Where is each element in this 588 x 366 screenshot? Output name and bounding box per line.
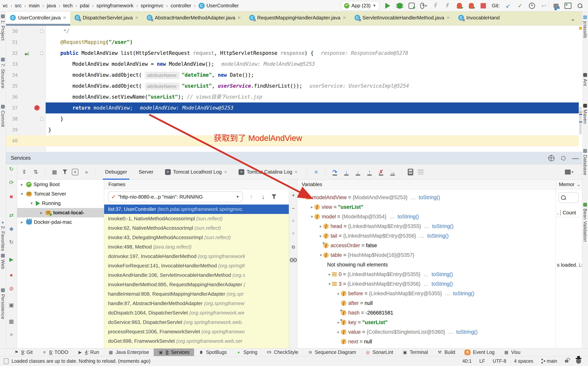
- step-over-icon[interactable]: ↷: [331, 168, 338, 176]
- variable-row[interactable]: fafter = null: [297, 298, 556, 308]
- scroll-down-icon[interactable]: ▼: [289, 231, 298, 236]
- run-to-cursor-icon[interactable]: →: [389, 168, 396, 176]
- tool-window-button-sonarlint[interactable]: ◎SonarLint: [361, 349, 398, 356]
- expand-all-icon[interactable]: ⇕: [21, 168, 28, 175]
- more-icon[interactable]: »: [6, 331, 17, 337]
- service-tree-item[interactable]: ▾Running: [17, 198, 104, 208]
- variable-row[interactable]: ▾modelAndView = {ModelAndView@5253} … to…: [297, 193, 556, 202]
- scrollbar-thumb[interactable]: [579, 107, 582, 135]
- tool-window-button-sequence-diagram[interactable]: ⇉Sequence Diagram: [303, 349, 361, 356]
- rerun-icon[interactable]: ↻: [6, 166, 17, 172]
- variable-row[interactable]: fnext = null: [297, 337, 556, 346]
- grid-icon[interactable]: ▦: [6, 318, 17, 324]
- step-into-icon[interactable]: ↓: [343, 168, 350, 176]
- minimize-icon[interactable]: —: [572, 154, 579, 162]
- run-configuration-selector[interactable]: App (23) ▼: [341, 1, 379, 10]
- add-service-icon[interactable]: +: [72, 169, 78, 175]
- variable-row[interactable]: fhash = -266681581: [297, 308, 556, 318]
- variable-row[interactable]: ▸fbefore = {LinkedHashMap$Entry@5355} … …: [297, 289, 556, 298]
- stack-frame-row[interactable]: processRequest:1006, FrameworkServlet (o…: [104, 327, 289, 336]
- editor-tab[interactable]: CInvocableHand: [454, 12, 504, 24]
- chevron-closed-icon[interactable]: ▸: [39, 210, 44, 215]
- variable-row[interactable]: Not showing null elements: [297, 260, 556, 269]
- stop-service-icon[interactable]: ■: [6, 194, 17, 200]
- filter-icon[interactable]: [63, 169, 67, 175]
- service-tree-item[interactable]: ▸tomcat-local-: [17, 208, 104, 217]
- line-number[interactable]: 32: [6, 48, 18, 59]
- close-icon[interactable]: ×: [238, 15, 241, 21]
- bean-validation-stripe-button[interactable]: Bean Validation: [582, 203, 588, 242]
- editor-tab[interactable]: CServletInvocableHandlerMethod.java×: [350, 12, 454, 24]
- tostring-link[interactable]: toString(): [397, 214, 419, 220]
- tostring-link[interactable]: toString(): [432, 223, 454, 229]
- stack-frame-row[interactable]: handleInternal:808, RequestMappingHandle…: [104, 289, 289, 299]
- line-number[interactable]: 35: [6, 81, 18, 92]
- thread-selector[interactable]: ✓ "http-nio-8080-e...p "main": RUNNING ▼: [108, 191, 243, 202]
- database-stripe-button[interactable]: Database: [582, 149, 588, 175]
- favorites-star-stripe-button[interactable]: ★2: Favorites: [0, 220, 6, 251]
- breadcrumb-item[interactable]: java: [47, 3, 56, 9]
- diamond-icon[interactable]: ◆: [6, 226, 17, 232]
- breadcrumb-item[interactable]: springmvc: [141, 3, 163, 9]
- variable-row[interactable]: ▾3 = {LinkedHashMap$Entry@5356} … toStri…: [297, 279, 556, 289]
- persistence-stripe-button[interactable]: Persistence: [0, 288, 6, 319]
- watches-glasses-icon[interactable]: OO: [290, 257, 297, 263]
- line-number[interactable]: 33: [6, 59, 18, 69]
- editor-tab[interactable]: CDispatcherServlet.java×: [70, 12, 142, 24]
- scroll-up-icon[interactable]: ▲: [289, 218, 298, 223]
- tool-window-button-run[interactable]: ▶4: Run: [73, 349, 104, 356]
- spotbugs-run-button[interactable]: [456, 2, 463, 9]
- variable-row[interactable]: ▸ftail = {LinkedHashMap$Entry@5356} … to…: [297, 231, 556, 241]
- group-by-icon[interactable]: ▦: [51, 168, 58, 175]
- tool-window-button-build[interactable]: ⚒Build: [433, 349, 460, 356]
- fold-marker-icon[interactable]: [40, 30, 43, 33]
- variable-row[interactable]: ▾ftable = {HashMap$Node[16]@5357}: [297, 250, 556, 260]
- tool-window-button-spring[interactable]: ●Spring: [231, 349, 262, 356]
- variable-row[interactable]: ▸fkey = "userList": [297, 318, 556, 327]
- code-line-row[interactable]: 32 public ModelAndView list(HttpServletR…: [6, 48, 582, 59]
- run-button[interactable]: [384, 2, 391, 9]
- code-line-row[interactable]: 36 modelAndView.setViewName("userList");…: [6, 92, 582, 102]
- search-everywhere-button[interactable]: [576, 2, 583, 9]
- structure-stripe-button[interactable]: 7: Structure: [0, 58, 6, 88]
- fold-marker-icon[interactable]: [40, 117, 43, 121]
- services-tab-server[interactable]: Server: [135, 164, 157, 180]
- target-icon[interactable]: [548, 155, 555, 161]
- unlock-icon[interactable]: [565, 360, 568, 363]
- code-line-row[interactable]: 30 */: [6, 26, 582, 37]
- line-number[interactable]: 39: [6, 124, 18, 135]
- force-step-into-icon[interactable]: ↓: [354, 168, 361, 176]
- tool-window-button-visu[interactable]: ▦Visu: [499, 349, 525, 356]
- tool-window-button-java-enterprise[interactable]: ▦Java Enterprise: [104, 349, 154, 356]
- more-icon[interactable]: »: [83, 168, 90, 175]
- remove-watch-icon[interactable]: −: [289, 205, 298, 212]
- line-number[interactable]: 30: [6, 26, 18, 37]
- chevron-open-icon[interactable]: ▾: [318, 253, 323, 257]
- suspend-icon[interactable]: ▶: [6, 256, 17, 263]
- breadcrumb-item[interactable]: springframework: [96, 3, 133, 9]
- tool-window-button-event-log[interactable]: 8Event Log: [460, 349, 499, 356]
- stack-frame-row[interactable]: invoke:43, DelegatingMethodAccessorImpl …: [104, 233, 289, 242]
- services-tab-debugger[interactable]: Debugger: [102, 164, 131, 180]
- line-number[interactable]: 34: [6, 69, 18, 81]
- frames-list[interactable]: list:37, UserController (tech.pdai.sprin…: [104, 205, 289, 348]
- service-tree-item[interactable]: ▸Spring Boot: [17, 180, 104, 189]
- restart-debug-icon[interactable]: ⟳: [6, 179, 17, 186]
- hot-swap-icon[interactable]: ●: [6, 272, 17, 278]
- chevron-closed-icon[interactable]: ▸: [336, 330, 341, 334]
- chevron-closed-icon[interactable]: ▸: [318, 234, 323, 238]
- tab-overflow-chevron-icon[interactable]: ⌄: [571, 15, 575, 22]
- variable-row[interactable]: ▸fview = "userList": [297, 202, 556, 212]
- services-tab-tomcat-localhost-log[interactable]: >Tomcat Localhost Log×: [161, 164, 230, 180]
- tostring-link[interactable]: toString(): [456, 329, 478, 335]
- stack-frame-row[interactable]: invokeAndHandle:106, Servlet­InvocableHa…: [104, 270, 289, 280]
- tostring-link[interactable]: toString(): [419, 195, 440, 200]
- variable-row[interactable]: faccessOrder = false: [297, 241, 556, 250]
- close-icon[interactable]: ×: [446, 15, 450, 21]
- services-tab-tomcat-catalina-log[interactable]: >Tomcat Catalina Log×: [235, 164, 301, 180]
- collapse-all-icon[interactable]: ⇅: [32, 168, 39, 175]
- run-anything-button[interactable]: [564, 2, 572, 9]
- code-line-row[interactable]: 31 @RequestMapping("/user"): [6, 37, 582, 48]
- next-frame-icon[interactable]: ↓: [260, 193, 267, 200]
- chevron-open-icon[interactable]: ▾: [327, 282, 332, 286]
